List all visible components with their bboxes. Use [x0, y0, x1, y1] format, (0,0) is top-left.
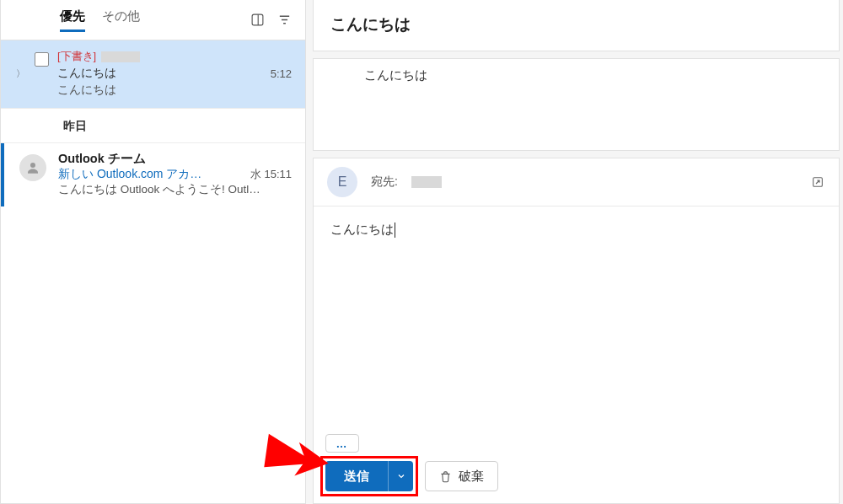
mail-item-outlook[interactable]: Outlook チーム 新しい Outlook.com アカ… 水 15:11 … — [1, 143, 305, 206]
mail-time: 水 15:11 — [250, 167, 292, 182]
mail-preview: こんにちは — [57, 83, 262, 98]
draft-tag: [下書き] — [57, 49, 96, 64]
tabs-row: 優先 その他 — [1, 0, 305, 40]
to-recipient-redacted — [411, 176, 442, 188]
mail-sender: Outlook チーム — [58, 151, 292, 167]
more-options-button[interactable]: … — [325, 434, 359, 453]
mail-item-draft[interactable]: 〉 [下書き] こんにちは こんにちは 5:12 — [1, 40, 305, 108]
trash-icon — [439, 470, 452, 483]
discard-label: 破棄 — [459, 469, 484, 485]
compose-body-text: こんにちは — [330, 222, 394, 236]
avatar — [19, 154, 46, 181]
recipient-redacted — [101, 51, 140, 62]
mail-subject: こんにちは — [57, 66, 262, 81]
popout-icon[interactable] — [810, 174, 825, 190]
svg-point-1 — [30, 163, 35, 168]
svg-rect-0 — [252, 14, 263, 25]
mail-preview: こんにちは Outlook へようこそ! Outl… — [58, 182, 292, 197]
mail-subject: 新しい Outlook.com アカ… — [58, 167, 244, 182]
mail-time: 5:12 — [271, 67, 292, 80]
reading-title: こんにちは — [330, 13, 822, 35]
tab-focused[interactable]: 優先 — [60, 8, 85, 32]
tab-other[interactable]: その他 — [102, 8, 140, 32]
compose-card: E 宛先: こんにちは … 送信 — [313, 158, 840, 504]
section-header-yesterday: 昨日 — [1, 108, 305, 143]
filter-icon[interactable] — [277, 13, 292, 28]
mail-checkbox[interactable] — [35, 52, 49, 67]
reading-body-text: こんにちは — [364, 67, 427, 82]
reading-header: こんにちは — [313, 0, 840, 51]
chevron-right-icon[interactable]: 〉 — [16, 49, 26, 98]
discard-button[interactable]: 破棄 — [425, 461, 498, 491]
message-list-pane: 優先 その他 〉 [下書き] こんにちは こんにちは — [0, 0, 306, 504]
to-label: 宛先: — [371, 174, 398, 190]
reading-body: こんにちは — [313, 58, 840, 151]
send-button[interactable]: 送信 — [325, 461, 388, 491]
layout-icon[interactable] — [250, 13, 265, 28]
reading-pane: こんにちは こんにちは E 宛先: こんにちは … 送信 — [313, 0, 843, 504]
compose-body[interactable]: こんにちは — [314, 206, 839, 426]
text-cursor — [395, 223, 395, 238]
compose-avatar: E — [327, 167, 357, 197]
send-dropdown-button[interactable] — [388, 461, 413, 491]
